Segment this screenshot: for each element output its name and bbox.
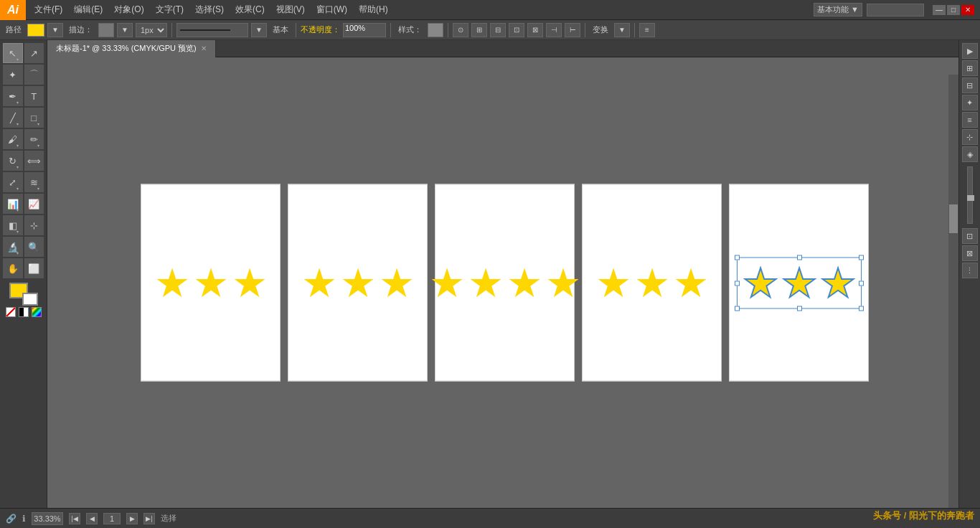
- right-btn-8[interactable]: ⊡: [962, 228, 978, 244]
- stroke-color-swatch[interactable]: [22, 293, 38, 306]
- scrollbar-thumb[interactable]: [949, 204, 958, 233]
- right-btn-10[interactable]: ⋮: [962, 263, 978, 278]
- hand-tool[interactable]: ✋: [3, 258, 23, 278]
- right-btn-1[interactable]: ▶: [962, 43, 978, 59]
- color-swatch[interactable]: [32, 307, 42, 317]
- canvas-inner[interactable]: ★ ★ ★ ★ ★ ★ ★ ★: [47, 57, 958, 508]
- link-icon[interactable]: 🔗: [6, 514, 17, 524]
- color-swatches: [3, 283, 44, 317]
- menu-select[interactable]: 选择(S): [189, 0, 230, 20]
- paintbrush-tool[interactable]: 🖌▾: [3, 129, 23, 149]
- menu-effect[interactable]: 效果(C): [230, 0, 270, 20]
- type-tool[interactable]: T: [24, 86, 44, 106]
- opacity-input[interactable]: 100%: [343, 23, 386, 37]
- handle-br[interactable]: [859, 306, 864, 311]
- menu-view[interactable]: 视图(V): [270, 0, 311, 20]
- mesh-tool[interactable]: ⊹: [24, 215, 44, 235]
- ai-logo: Ai: [0, 0, 26, 20]
- handle-ml[interactable]: [735, 280, 740, 286]
- tab-close-button[interactable]: ✕: [201, 44, 207, 52]
- menu-file[interactable]: 文件(F): [29, 0, 68, 20]
- handle-bm[interactable]: [797, 306, 802, 311]
- rotate-tool[interactable]: ↻▾: [3, 151, 23, 171]
- stroke-color[interactable]: [98, 23, 114, 37]
- graph-tool[interactable]: 📊▾: [3, 194, 23, 214]
- options-btn2[interactable]: ⊞: [471, 23, 487, 37]
- artboard-tool[interactable]: ⬜: [24, 258, 44, 278]
- options-btn5[interactable]: ⊠: [527, 23, 543, 37]
- right-btn-4[interactable]: ✦: [962, 95, 978, 110]
- tab-bar: 未标题-1* @ 33.33% (CMYK/GPU 预览) ✕: [47, 40, 958, 57]
- right-btn-3[interactable]: ⊟: [962, 77, 978, 93]
- none-swatch[interactable]: [6, 307, 16, 317]
- nav-prev[interactable]: ◀: [86, 513, 98, 524]
- gradient-tool[interactable]: ◧▾: [3, 215, 23, 235]
- minimize-button[interactable]: —: [933, 5, 946, 15]
- vertical-scrollbar[interactable]: [948, 75, 958, 508]
- right-slider[interactable]: [967, 166, 973, 224]
- workspace-button[interactable]: 基本功能 ▼: [814, 3, 862, 16]
- menu-window[interactable]: 窗口(W): [311, 0, 353, 20]
- active-tab[interactable]: 未标题-1* @ 33.33% (CMYK/GPU 预览) ✕: [47, 40, 216, 57]
- black-white-swatch[interactable]: [19, 307, 29, 317]
- right-btn-2[interactable]: ⊞: [962, 60, 978, 76]
- right-btn-5[interactable]: ≡: [962, 112, 978, 128]
- handle-bl[interactable]: [735, 306, 740, 311]
- mirror-tool[interactable]: ⟺: [24, 151, 44, 171]
- style-swatch[interactable]: [428, 23, 443, 37]
- slider-thumb[interactable]: [967, 195, 974, 201]
- line-dropdown-button[interactable]: ▼: [251, 23, 267, 37]
- select-tool[interactable]: ↖▾: [3, 43, 23, 63]
- handle-tm[interactable]: [797, 255, 802, 260]
- handle-tr[interactable]: [859, 255, 864, 260]
- shape-tool[interactable]: □▾: [24, 108, 44, 128]
- pencil-tool[interactable]: ✏▾: [24, 129, 44, 149]
- zoom-tool[interactable]: 🔍: [24, 237, 44, 257]
- right-panel: ▶ ⊞ ⊟ ✦ ≡ ⊹ ◈ ⊡ ⊠ ⋮: [958, 40, 980, 508]
- line-tool[interactable]: ╱▾: [3, 108, 23, 128]
- canvas-area: 未标题-1* @ 33.33% (CMYK/GPU 预览) ✕ ★ ★ ★: [47, 40, 958, 508]
- pen-tool[interactable]: ✒▾: [3, 86, 23, 106]
- scale-tool[interactable]: ⤢▾: [3, 172, 23, 192]
- right-btn-9[interactable]: ⊠: [962, 245, 978, 261]
- right-btn-7[interactable]: ◈: [962, 146, 978, 162]
- close-button[interactable]: ✕: [961, 5, 974, 15]
- search-input[interactable]: [867, 4, 924, 16]
- options-btn7[interactable]: ⊢: [565, 23, 580, 37]
- fill-swatch[interactable]: [27, 24, 44, 37]
- eyedropper-tool[interactable]: 🔬▾: [3, 237, 23, 257]
- star-3-3: ★: [507, 263, 542, 303]
- menu-edit[interactable]: 编辑(E): [68, 0, 108, 20]
- fill-options-button[interactable]: ▼: [47, 23, 63, 37]
- menu-object[interactable]: 对象(O): [108, 0, 149, 20]
- warp-tool[interactable]: ≋▾: [24, 172, 44, 192]
- info-icon[interactable]: ℹ: [22, 514, 26, 524]
- transform-dropdown[interactable]: ▼: [614, 23, 630, 37]
- star-1-3: ★: [232, 263, 268, 303]
- maximize-button[interactable]: □: [947, 5, 960, 15]
- handle-mr[interactable]: [859, 280, 864, 286]
- options-btn6[interactable]: ⊣: [546, 23, 562, 37]
- chart-tool[interactable]: 📈: [24, 194, 44, 214]
- menu-help[interactable]: 帮助(H): [353, 0, 394, 20]
- lasso-tool[interactable]: ⌒: [24, 65, 44, 85]
- options-btn1[interactable]: ⊙: [453, 23, 468, 37]
- stroke-dropdown-button[interactable]: ▼: [117, 23, 133, 37]
- stroke-weight-dropdown[interactable]: 1px2px: [136, 23, 167, 37]
- page-input[interactable]: [103, 513, 121, 524]
- options-btn3[interactable]: ⊟: [490, 23, 506, 37]
- direct-select-tool[interactable]: ↗: [24, 43, 44, 63]
- options-btn4[interactable]: ⊡: [509, 23, 524, 37]
- nav-next-next[interactable]: ▶|: [143, 513, 155, 524]
- right-btn-6[interactable]: ⊹: [962, 129, 978, 145]
- magic-wand-tool[interactable]: ✦: [3, 65, 23, 85]
- menu-text[interactable]: 文字(T): [150, 0, 189, 20]
- nav-prev-prev[interactable]: |◀: [69, 513, 80, 524]
- star-row-4: ★ ★ ★: [595, 263, 709, 303]
- status-mode: 选择: [161, 513, 176, 524]
- star-2-3: ★: [379, 263, 415, 303]
- nav-next[interactable]: ▶: [126, 513, 138, 524]
- redefine-btn[interactable]: ≡: [639, 23, 655, 37]
- zoom-input[interactable]: [32, 512, 63, 525]
- handle-tl[interactable]: [735, 255, 740, 260]
